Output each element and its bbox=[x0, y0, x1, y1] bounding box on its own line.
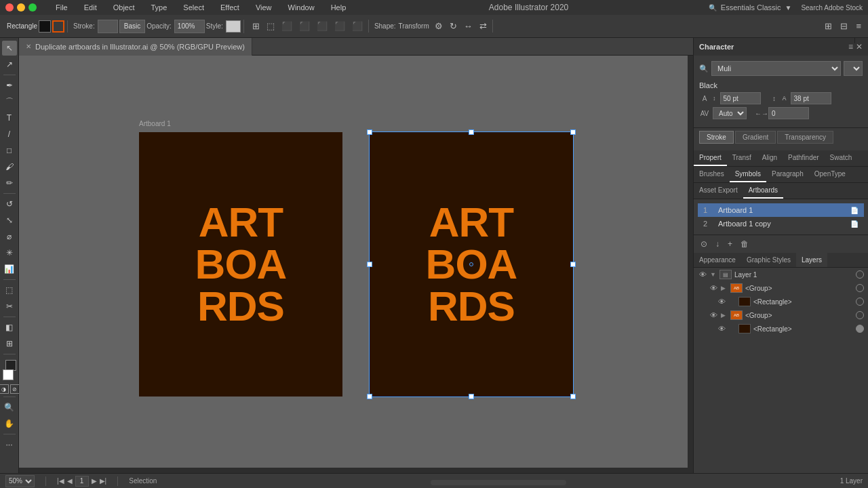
menu-type[interactable]: Type bbox=[149, 2, 170, 13]
center-handle[interactable] bbox=[469, 262, 473, 266]
down-arrow-btn[interactable]: ↓ bbox=[713, 238, 722, 250]
workspace-chevron-icon[interactable]: ▼ bbox=[785, 4, 791, 12]
rotate-tool[interactable]: ↺ bbox=[2, 197, 17, 211]
panels3-icon[interactable]: ≡ bbox=[853, 20, 864, 33]
layer-expand-group1[interactable]: ▶ bbox=[721, 285, 728, 291]
new-layer-btn[interactable]: + bbox=[725, 238, 735, 250]
scale-tool[interactable]: ⤡ bbox=[2, 213, 17, 228]
graph-tool[interactable]: 📊 bbox=[2, 262, 17, 277]
handle-mr[interactable] bbox=[570, 262, 576, 267]
layer-target-group1[interactable] bbox=[856, 284, 864, 292]
none-icon[interactable]: ⊘ bbox=[10, 384, 20, 394]
layer-expand-group2[interactable]: ▶ bbox=[721, 312, 728, 319]
symbol-tool[interactable]: ✳ bbox=[2, 245, 17, 260]
tab-propert[interactable]: Propert bbox=[694, 150, 727, 166]
tab-artboards[interactable]: Artboards bbox=[743, 183, 783, 199]
line-tool[interactable]: / bbox=[2, 127, 17, 142]
blend-mode-select[interactable]: Basic bbox=[119, 20, 145, 33]
handle-tr[interactable] bbox=[570, 129, 576, 135]
zoom-tool[interactable]: 🔍 bbox=[2, 400, 17, 415]
make-sublayer-btn[interactable]: ⊙ bbox=[698, 238, 710, 250]
tab-swatch[interactable]: Swatch bbox=[825, 150, 858, 166]
font-family-select[interactable]: Muli bbox=[711, 61, 841, 76]
tab-layers[interactable]: Layers bbox=[796, 253, 827, 267]
distribute2-icon[interactable]: ⬛ bbox=[349, 20, 366, 33]
layer-item-layer1[interactable]: 👁 ▼ ▤ Layer 1 bbox=[694, 268, 868, 281]
panels2-icon[interactable]: ⊟ bbox=[837, 20, 850, 33]
pencil-tool[interactable]: ✏ bbox=[2, 176, 17, 190]
shape-select[interactable]: Rectangle bbox=[7, 22, 37, 30]
tab-appearance[interactable]: Appearance bbox=[694, 253, 741, 267]
text-tool[interactable]: T bbox=[2, 110, 17, 125]
h-scroll[interactable] bbox=[431, 480, 566, 485]
tab-transf[interactable]: Transf bbox=[727, 150, 757, 166]
tab-opentype[interactable]: OpenType bbox=[809, 167, 851, 182]
handle-tl[interactable] bbox=[367, 129, 372, 135]
vertical-scrollbar[interactable] bbox=[688, 56, 693, 473]
rect-tool[interactable]: □ bbox=[2, 143, 17, 158]
layer-vis-rect2[interactable]: 👁 bbox=[717, 324, 726, 333]
warp-tool[interactable]: ⌀ bbox=[2, 229, 17, 244]
menu-select[interactable]: Select bbox=[180, 2, 207, 13]
handle-br[interactable] bbox=[570, 394, 576, 399]
zoom-select[interactable]: 50% bbox=[5, 475, 35, 487]
page-number-input[interactable]: 1 bbox=[75, 476, 89, 487]
panels-icon[interactable]: ⊞ bbox=[822, 20, 835, 33]
mesh-tool[interactable]: ⊞ bbox=[2, 336, 17, 351]
stroke-color-box[interactable] bbox=[52, 20, 64, 33]
layer-vis-1[interactable]: 👁 bbox=[698, 270, 707, 279]
direct-select-tool[interactable]: ↗ bbox=[2, 57, 17, 72]
layer-item-rect2[interactable]: 👁 ▶ <Rectangle> bbox=[713, 322, 868, 336]
font-style-select[interactable]: ▼ bbox=[844, 61, 863, 76]
handle-bl[interactable] bbox=[367, 394, 372, 399]
handle-tm[interactable] bbox=[469, 129, 474, 135]
layer-item-group2[interactable]: 👁 ▶ AB <Group> bbox=[705, 308, 868, 322]
close-window-btn[interactable] bbox=[5, 3, 14, 12]
transparency-tab[interactable]: Transparency bbox=[777, 131, 833, 144]
layer-target-rect1[interactable] bbox=[856, 298, 864, 306]
menu-object[interactable]: Object bbox=[111, 2, 138, 13]
artboard-item-2[interactable]: 2 Artboard 1 copy 📄 bbox=[698, 217, 864, 230]
delete-layer-btn[interactable]: 🗑 bbox=[738, 238, 751, 250]
transform-options-icon[interactable]: ⚙ bbox=[432, 20, 446, 33]
layer-expand-1[interactable]: ▼ bbox=[710, 271, 717, 278]
transform3-icon[interactable]: ↔ bbox=[461, 20, 475, 33]
tab-pathfinder[interactable]: Pathfinder bbox=[783, 150, 825, 166]
canvas[interactable]: Artboard 1 ARTBOARDS ARTBOARDS bbox=[19, 56, 693, 473]
page-last-btn[interactable]: ▶| bbox=[100, 477, 107, 485]
line-height-input[interactable]: 38 pt bbox=[791, 92, 831, 104]
layer-item-rect1[interactable]: 👁 ▶ <Rectangle> bbox=[713, 295, 868, 308]
tab-align[interactable]: Align bbox=[757, 150, 783, 166]
fill-color-box[interactable] bbox=[39, 20, 51, 33]
menu-window[interactable]: Window bbox=[285, 2, 317, 13]
handle-bm[interactable] bbox=[469, 394, 474, 399]
page-prev-btn[interactable]: ◀ bbox=[67, 477, 73, 485]
align-left-icon[interactable]: ⬛ bbox=[279, 20, 295, 33]
font-size-input[interactable]: 50 pt bbox=[720, 92, 761, 104]
more-tools-icon[interactable]: ··· bbox=[2, 437, 17, 452]
pen-tool[interactable]: ✒ bbox=[2, 78, 17, 93]
layer-target-group2[interactable] bbox=[856, 311, 864, 319]
tab-brushes[interactable]: Brushes bbox=[694, 167, 730, 182]
opacity-input[interactable] bbox=[174, 20, 205, 33]
menu-edit[interactable]: Edit bbox=[81, 2, 100, 13]
align-center-icon[interactable]: ⬛ bbox=[296, 20, 313, 33]
minimize-window-btn[interactable] bbox=[17, 3, 25, 12]
tab-close[interactable]: ✕ bbox=[26, 43, 31, 50]
grid-icon[interactable]: ⊞ bbox=[250, 20, 262, 33]
paintbrush-tool[interactable]: 🖌 bbox=[2, 159, 17, 174]
menu-file[interactable]: File bbox=[53, 2, 71, 13]
align-right-icon[interactable]: ⬛ bbox=[314, 20, 330, 33]
panel-settings-icon[interactable]: ≡ bbox=[848, 42, 853, 52]
menu-view[interactable]: View bbox=[253, 2, 275, 13]
artboard-tool[interactable]: ⬚ bbox=[2, 283, 17, 298]
select-tool[interactable]: ↖ bbox=[2, 41, 17, 56]
menu-help[interactable]: Help bbox=[328, 2, 349, 13]
artboard-1[interactable]: Artboard 1 ARTBOARDS bbox=[139, 132, 342, 396]
artboard-2[interactable]: ARTBOARDS bbox=[370, 132, 573, 396]
layer-vis-group2[interactable]: 👁 bbox=[709, 310, 718, 320]
maximize-window-btn[interactable] bbox=[28, 3, 37, 12]
color-mode-icon[interactable]: ◑ bbox=[0, 384, 9, 394]
transform2-icon[interactable]: ↻ bbox=[447, 20, 460, 33]
stock-search-label[interactable]: Search Adobe Stock bbox=[801, 4, 863, 12]
